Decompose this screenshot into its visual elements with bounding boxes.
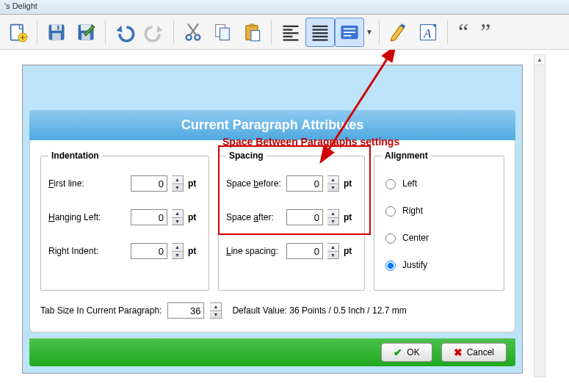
content-area: Current Paragraph Attributes Space Betwe… (0, 50, 569, 392)
spacing-legend: Spacing (226, 150, 267, 161)
check-icon: ✔ (394, 346, 402, 358)
align-center-radio[interactable] (385, 233, 396, 244)
svg-rect-3 (51, 24, 62, 30)
cut-button[interactable] (178, 18, 208, 47)
align-right-label: Right (402, 206, 423, 216)
space-before-spinner[interactable]: ▲▼ (327, 175, 339, 192)
spacing-group: Spacing Space before: ▲▼ pt Space after:… (218, 150, 365, 291)
alignment-legend: Alignment (382, 150, 431, 161)
hanging-left-label: Hanging Left: (48, 212, 126, 222)
svg-rect-5 (57, 25, 59, 29)
align-left-radio[interactable] (385, 179, 396, 189)
ok-button[interactable]: ✔ OK (381, 343, 432, 362)
font-icon: A (418, 22, 438, 43)
align-justify-icon (310, 22, 330, 43)
copy-button[interactable] (208, 18, 237, 47)
save-icon (46, 22, 67, 43)
window-titlebar: 's Delight (0, 0, 569, 15)
paragraph-dialog: Current Paragraph Attributes Space Betwe… (22, 65, 523, 374)
new-file-button[interactable] (3, 18, 32, 47)
font-button[interactable]: A (413, 18, 443, 47)
svg-rect-4 (52, 33, 61, 40)
svg-rect-14 (250, 23, 255, 27)
highlight-button[interactable] (384, 18, 413, 47)
space-after-label: Space after: (226, 212, 282, 222)
close-quote-button[interactable]: ” (474, 18, 496, 46)
vertical-scrollbar[interactable]: ▲ (534, 54, 546, 377)
paragraph-settings-button[interactable] (335, 18, 364, 47)
right-indent-spinner[interactable]: ▲▼ (172, 243, 184, 259)
tab-size-label: Tab Size In Current Paragraph: (40, 305, 162, 316)
first-line-spinner[interactable]: ▲▼ (172, 175, 184, 192)
save-as-icon (76, 22, 96, 43)
align-right-radio[interactable] (385, 206, 396, 217)
space-before-label: Space before: (226, 178, 282, 189)
tab-size-input[interactable] (167, 302, 204, 319)
space-after-spinner[interactable]: ▲▼ (327, 209, 339, 225)
copy-icon (212, 22, 233, 43)
save-button[interactable] (42, 18, 71, 47)
right-indent-label: Right Indent: (48, 246, 126, 256)
paragraph-dropdown-arrow[interactable]: ▼ (364, 28, 374, 36)
right-indent-input[interactable] (131, 243, 167, 259)
paste-icon (242, 22, 262, 43)
dialog-footer: ✔ OK ✖ Cancel (29, 338, 515, 366)
x-icon: ✖ (454, 346, 463, 358)
pt-unit: pt (188, 178, 201, 189)
align-justify-button[interactable] (305, 18, 335, 47)
hanging-left-input[interactable] (131, 209, 167, 225)
undo-button[interactable] (110, 18, 139, 47)
indentation-group: Indentation First line: ▲▼ pt Hanging Le… (40, 150, 209, 291)
toolbar: ▼ A “ ” (0, 15, 569, 50)
svg-text:A: A (423, 26, 432, 40)
space-after-input[interactable] (286, 209, 323, 225)
hanging-left-spinner[interactable]: ▲▼ (172, 209, 184, 225)
tab-size-hint: Default Value: 36 Points / 0.5 Inch / 12… (232, 305, 406, 316)
highlight-icon (388, 22, 409, 43)
svg-rect-15 (251, 30, 260, 40)
window-title: 's Delight (4, 1, 37, 10)
space-before-input[interactable] (286, 175, 323, 192)
redo-icon (144, 22, 164, 43)
annotation-text: Space Between Paragraphs settings (222, 136, 399, 148)
save-as-button[interactable] (71, 18, 101, 47)
open-quote-button[interactable]: “ (452, 18, 474, 46)
svg-rect-12 (220, 28, 230, 40)
align-center-label: Center (402, 233, 429, 243)
line-spacing-input[interactable] (286, 243, 323, 259)
undo-icon (115, 22, 135, 43)
new-file-icon (7, 22, 28, 43)
align-left-button[interactable] (276, 18, 305, 47)
redo-button[interactable] (139, 18, 169, 47)
first-line-input[interactable] (131, 175, 167, 192)
cut-icon (183, 22, 203, 43)
align-justify-radio[interactable] (385, 261, 396, 271)
alignment-group: Alignment Left Right Center Justify (374, 150, 504, 291)
paragraph-settings-icon (339, 22, 360, 43)
indentation-legend: Indentation (48, 150, 102, 161)
first-line-label: First line: (48, 178, 126, 189)
align-left-label: Left (402, 178, 417, 189)
cancel-button[interactable]: ✖ Cancel (441, 343, 507, 362)
align-left-icon (280, 22, 301, 43)
align-justify-label: Justify (402, 260, 427, 270)
paste-button[interactable] (237, 18, 267, 47)
line-spacing-label: Line spacing: (226, 246, 282, 256)
tab-size-spinner[interactable]: ▲▼ (210, 302, 222, 319)
scroll-up-icon: ▲ (534, 55, 545, 65)
line-spacing-spinner[interactable]: ▲▼ (327, 243, 339, 259)
